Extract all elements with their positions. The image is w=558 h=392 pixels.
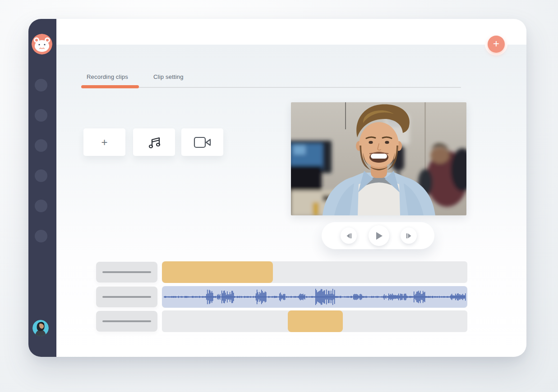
tab-recording-clips[interactable]: Recording clips [87,73,128,80]
track-1-label[interactable] [96,262,157,283]
header [56,19,526,45]
track-2-label[interactable] [96,287,157,307]
track-3 [162,310,467,332]
sidebar-item-2[interactable] [35,109,47,122]
user-avatar-photo [32,320,49,336]
audio-waveform [162,286,467,308]
track-2-clip-1-waveform[interactable] [162,286,467,308]
main-panel: + Recording clips Clip setting + [56,19,526,357]
sidebar-item-1[interactable] [35,79,47,91]
video-preview [291,102,466,215]
video-camera-icon [194,136,212,149]
monkey-mascot-icon [32,34,52,55]
step-forward-icon [406,233,412,239]
video-preview-image [291,102,466,215]
sidebar-item-4[interactable] [35,169,47,182]
tab-clip-setting[interactable]: Clip setting [153,73,184,80]
user-avatar[interactable] [32,320,49,336]
timeline-row-1 [96,261,467,283]
step-backward-button[interactable] [341,228,357,244]
music-note-icon [147,135,162,150]
play-button[interactable] [369,225,389,246]
app-window: + Recording clips Clip setting + [28,19,526,357]
sidebar [28,19,56,357]
track-label-line [102,320,151,322]
sidebar-nav [35,79,47,242]
sidebar-item-3[interactable] [35,139,47,152]
active-tab-indicator [81,85,139,88]
timeline [96,261,467,332]
track-3-label[interactable] [96,311,157,332]
track-3-clip-1[interactable] [288,310,343,332]
add-music-button[interactable] [133,128,175,156]
track-1-clip-1[interactable] [162,261,273,283]
add-video-button[interactable] [181,128,223,156]
track-label-line [102,296,151,298]
add-clip-button[interactable]: + [83,128,125,156]
app-logo-button[interactable] [32,34,52,55]
sidebar-item-6[interactable] [35,230,47,242]
timeline-row-2 [96,286,467,308]
play-icon [375,232,383,240]
sidebar-item-5[interactable] [35,200,47,212]
add-new-button[interactable]: + [488,36,505,53]
page-background: + Recording clips Clip setting + [0,0,558,392]
track-2 [162,286,467,308]
track-1 [162,261,467,283]
player-controls [322,222,434,249]
step-forward-button[interactable] [401,228,417,244]
plus-icon: + [101,136,107,149]
add-new-fab-ring: + [485,33,507,55]
track-label-line [102,271,151,273]
timeline-row-3 [96,310,467,332]
step-backward-icon [346,233,352,239]
